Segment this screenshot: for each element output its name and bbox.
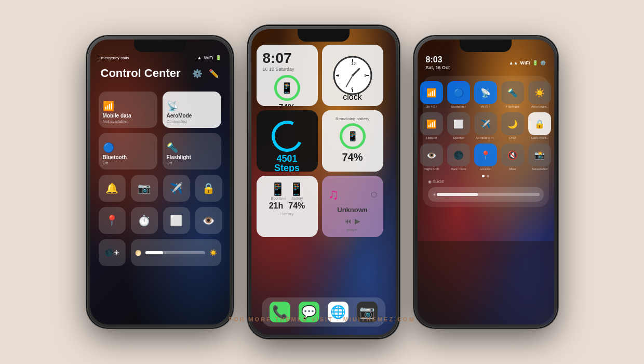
music-note-icon: ♫ — [328, 186, 339, 203]
battery-icon-qs: 🔋 — [532, 60, 538, 66]
bell-tile[interactable]: 🔔 — [99, 175, 126, 202]
qs-time: 8:03 — [426, 55, 450, 64]
slider-sun-icon: ☀ — [432, 192, 437, 198]
qs-hotspot-wrapper: 📶 Hotspot — [420, 112, 443, 139]
boot-sub: Boot time — [271, 197, 287, 200]
flashlight-label: Flashlight — [167, 154, 217, 161]
qs-screenshot-wrapper: 📸 Screenshot — [528, 144, 551, 171]
qs-slider-track[interactable] — [437, 193, 540, 196]
mobile-data-sub: Not available — [103, 119, 153, 124]
qs-darkmode-label: Dark mode — [451, 167, 466, 171]
remaining-battery-label: Remaining battery — [328, 116, 377, 121]
watermark: FOR MORE THEMES VISIT - MIUITHEMEZ.COM — [229, 316, 415, 322]
player-unknown-label: Unknown — [328, 206, 377, 214]
qs-airplane-wrapper: ✈️ Aeroplane m.. — [474, 112, 497, 139]
qs-mute-tile[interactable]: 🔇 — [501, 144, 524, 166]
camera-tile[interactable]: 📷 — [131, 175, 158, 202]
battery-time-widget: 8:07 16 10 Saturday 📱 74% Battery — [257, 45, 318, 106]
qs-scanner-tile[interactable]: ⬜ — [447, 112, 470, 135]
qs-hotspot-tile[interactable]: 📶 — [420, 112, 443, 135]
prev-icon[interactable]: ⏮ — [344, 217, 352, 225]
qs-lock-orient-tile[interactable]: 🔒 — [528, 112, 551, 135]
scan-tile[interactable]: ⬜ — [163, 207, 190, 234]
qs-tiles-row-3: 👁️ Night Shift 🌑 Dark mode 📍 Location 🔇 … — [428, 144, 544, 171]
timer-tile[interactable]: ⏱️ — [131, 207, 158, 234]
location-tile[interactable]: 📍 — [99, 207, 126, 234]
player-controls[interactable]: ⏮ ▶ — [328, 217, 377, 225]
cc-grid: 📶 Mobile data Not available 📡 AeroMode C… — [99, 92, 221, 271]
cc-title: Control Center — [101, 67, 181, 80]
battery-ring-icon: 📱 — [274, 75, 300, 101]
lock-tile[interactable]: 🔒 — [195, 175, 222, 202]
mobile-data-tile[interactable]: 📶 Mobile data Not available — [99, 92, 157, 128]
phones-container: Emergency calls ▲WiFi🔋 Control Center ⚙️… — [87, 26, 557, 338]
qs-brightness-slider[interactable]: ☀ — [428, 187, 544, 202]
play-icon[interactable]: ▶ — [355, 217, 360, 225]
qs-scanner-label: Scanner — [453, 136, 464, 139]
widget-time: 8:07 — [263, 51, 312, 66]
phone-1: Emergency calls ▲WiFi🔋 Control Center ⚙️… — [87, 36, 233, 328]
clock-label: clock — [322, 93, 383, 102]
brightness-slider-tile[interactable]: 🌕 ☀️ — [131, 239, 221, 266]
player-widget: ♫ ⬡ Unknown ⏮ ▶ player — [322, 176, 383, 237]
qs-time-area: 8:03 Sat, 16 Oct — [426, 55, 450, 70]
qs-dnd-tile[interactable]: 🌙 — [501, 112, 524, 135]
brightness-bar[interactable] — [145, 251, 205, 254]
qs-brightness-wrapper: ☀️ Auto bright.. — [528, 81, 551, 108]
steps-ring — [267, 116, 307, 157]
cc-title-area: Control Center ⚙️ ✏️ — [101, 67, 219, 80]
airplane-tile[interactable]: ✈️ — [163, 175, 190, 202]
boot-val: 21h — [269, 201, 284, 211]
qs-location-wrapper: 📍 Location — [474, 144, 497, 171]
qs-flashlight-label: Flashlight — [506, 105, 519, 108]
qs-flashlight-tile[interactable]: 🔦 — [501, 81, 524, 104]
qs-status-bar: 8:03 Sat, 16 Oct ▲▲ WiFi 🔋 ⚙️ — [426, 55, 546, 70]
qs-nightshift-tile[interactable]: 👁️ — [420, 144, 443, 166]
bluetooth-label: Bluetooth — [103, 154, 153, 161]
cc-title-icons: ⚙️ ✏️ — [192, 69, 219, 79]
qs-screenshot-label: Screenshot — [532, 167, 547, 171]
dot-active — [482, 175, 485, 177]
qs-brightness-tile[interactable]: ☀️ — [528, 81, 551, 104]
dot-inactive — [487, 175, 489, 177]
qs-nightshift-wrapper: 👁️ Night Shift — [420, 144, 443, 171]
qs-date: Sat, 16 Oct — [426, 65, 450, 70]
qs-bluetooth-wrapper: 🔵 Bluetooth ↑ — [447, 81, 470, 108]
svg-text:12: 12 — [351, 61, 356, 66]
qs-mute-label: Mute — [509, 167, 516, 171]
aeromode-sub: Connected — [167, 119, 217, 124]
boot-battery-label: Battery — [261, 212, 314, 216]
settings-icon-qs[interactable]: ⚙️ — [540, 60, 546, 66]
aeromode-tile[interactable]: 📡 AeroMode Connected — [163, 92, 221, 128]
page-dots — [428, 175, 544, 177]
qs-location-label: Location — [480, 167, 492, 171]
qs-blur-area — [418, 241, 554, 324]
status-icons-1: ▲WiFi🔋 — [197, 55, 221, 60]
bb-icons: 📱 📱 — [261, 182, 314, 197]
bluetooth-tile[interactable]: 🔵 Bluetooth Off — [99, 133, 157, 170]
widget-date: 16 10 Saturday — [263, 67, 312, 72]
aeromode-label: AeroMode — [167, 113, 217, 119]
notch-3 — [460, 40, 512, 52]
mobile-data-icon: 📶 — [103, 100, 153, 112]
qs-bluetooth-tile[interactable]: 🔵 — [447, 81, 470, 104]
qs-jio-tile[interactable]: 📶 — [420, 81, 443, 104]
qs-jio-wrapper: 📶 Jio 4G ↑ — [420, 81, 443, 108]
settings-icon[interactable]: ⚙️ — [192, 69, 203, 79]
brightness-low-tile[interactable]: 🌑☀ — [99, 239, 126, 266]
qs-darkmode-tile[interactable]: 🌑 — [447, 144, 470, 166]
svg-text:3: 3 — [364, 73, 367, 78]
batt-sub: Battery — [291, 197, 303, 200]
qs-status-icons: ▲▲ WiFi 🔋 ⚙️ — [509, 60, 546, 66]
steps-count: 4501 Steps — [263, 154, 312, 172]
edit-icon[interactable]: ✏️ — [209, 69, 219, 79]
qs-screenshot-tile[interactable]: 📸 — [528, 144, 551, 166]
wifi-icon-qs: WiFi — [520, 60, 530, 66]
qs-slider-fill — [437, 193, 478, 196]
qs-airplane-tile[interactable]: ✈️ — [474, 112, 497, 135]
qs-wifi-tile[interactable]: 📡 — [474, 81, 497, 104]
battery-pct: 74% — [263, 103, 312, 106]
eye-tile[interactable]: 👁️ — [195, 207, 222, 234]
flashlight-tile[interactable]: 🔦 Flashlight Off — [163, 133, 221, 170]
qs-location-tile[interactable]: 📍 — [474, 144, 497, 166]
